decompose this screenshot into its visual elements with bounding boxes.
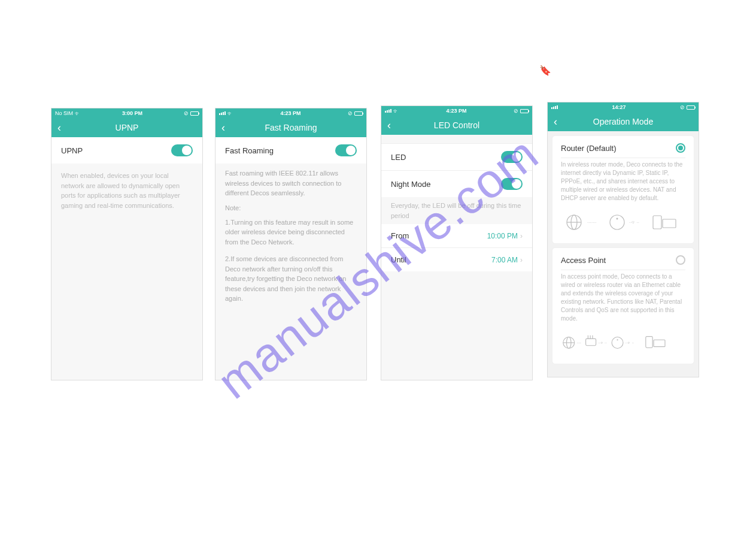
rotation-lock-icon: ⊘ [680, 104, 685, 110]
rotation-lock-icon: ⊘ [348, 110, 353, 116]
header: ‹ LED Control [381, 116, 532, 135]
access-point-title: Access Point [561, 256, 606, 265]
chevron-right-icon: › [520, 256, 523, 264]
until-value: 7:00 AM [491, 256, 518, 264]
night-mode-toggle-label: Night Mode [391, 180, 430, 189]
back-icon[interactable]: ‹ [221, 122, 225, 133]
from-label: From [391, 231, 409, 240]
bookmark-icon: 🔖 [539, 65, 551, 76]
access-point-card[interactable]: Access Point In access point mode, Deco … [552, 248, 694, 364]
router-mode-radio[interactable] [676, 143, 685, 153]
back-icon[interactable]: ‹ [57, 122, 61, 133]
page-title: Operation Mode [593, 117, 653, 126]
until-row[interactable]: Until 7:00 AM› [381, 247, 532, 271]
page-title: Fast Roaming [265, 123, 317, 132]
router-mode-diagram: ······· ··ᯤ·· [552, 208, 694, 243]
page-title: LED Control [434, 120, 479, 130]
note-heading: Note: [215, 201, 366, 213]
fast-roaming-toggle[interactable] [335, 144, 357, 156]
svg-point-18 [612, 337, 623, 349]
svg-point-19 [617, 339, 618, 340]
night-mode-description: Everyday, the LED will be off during thi… [381, 197, 532, 224]
signal-icon [551, 105, 558, 109]
wifi-icon: ᯤ [75, 110, 81, 117]
status-time: 4:23 PM [446, 108, 466, 114]
router-mode-card[interactable]: Router (Default) In wireless router mode… [552, 136, 694, 243]
phone-led-control: ᯤ 4:23 PM ⊘ ‹ LED Control LED Night Mode… [381, 105, 533, 380]
phone-operation-mode: 14:27 ⊘ ‹ Operation Mode Router (Default… [547, 102, 699, 377]
page-title: UPNP [116, 123, 139, 132]
status-time: 4:23 PM [280, 110, 300, 116]
svg-rect-22 [654, 340, 665, 346]
rotation-lock-icon: ⊘ [514, 108, 518, 114]
header: ‹ Operation Mode [548, 112, 699, 131]
carrier-text: No SIM [55, 110, 73, 116]
wifi-icon: ᯤ [393, 108, 399, 114]
night-mode-toggle-row[interactable]: Night Mode [381, 170, 532, 197]
back-icon[interactable]: ‹ [554, 116, 557, 127]
svg-point-5 [617, 218, 618, 220]
upnp-description: When enabled, devices on your local netw… [51, 164, 202, 217]
svg-text:·······: ······· [587, 220, 597, 225]
router-mode-description: In wireless router mode, Deco connects t… [552, 158, 694, 208]
upnp-toggle[interactable] [171, 144, 193, 156]
fast-roaming-description: Fast roaming with IEEE 802.11r allows wi… [215, 164, 366, 201]
svg-text:··ᯤ··: ··ᯤ·· [598, 341, 607, 345]
access-point-radio[interactable] [676, 255, 685, 265]
svg-rect-7 [653, 216, 661, 229]
from-value: 10:00 PM [487, 232, 518, 240]
svg-rect-16 [586, 338, 596, 345]
back-icon[interactable]: ‹ [387, 120, 391, 131]
upnp-toggle-row[interactable]: UPNP [51, 137, 202, 164]
battery-icon [354, 111, 363, 116]
chevron-right-icon: › [520, 232, 523, 240]
svg-text:··ᯤ··: ··ᯤ·· [629, 220, 639, 225]
router-mode-title: Router (Default) [561, 144, 616, 153]
status-bar: 14:27 ⊘ [548, 102, 699, 112]
header: ‹ Fast Roaming [215, 118, 366, 137]
svg-rect-8 [663, 219, 676, 228]
from-row[interactable]: From 10:00 PM› [381, 224, 532, 247]
svg-point-4 [610, 215, 624, 229]
status-bar: ᯤ 4:23 PM ⊘ [215, 108, 366, 118]
led-toggle[interactable] [501, 151, 523, 163]
access-point-diagram: ···· ··ᯤ·· ··ᯤ·· [552, 329, 694, 364]
rotation-lock-icon: ⊘ [184, 110, 189, 116]
note-2: 2.If some devices are disconnected from … [215, 249, 366, 306]
svg-rect-21 [646, 337, 652, 348]
fast-roaming-toggle-row[interactable]: Fast Roaming [215, 137, 366, 164]
led-toggle-row[interactable]: LED [381, 143, 532, 170]
upnp-toggle-label: UPNP [61, 146, 83, 155]
wifi-icon: ᯤ [227, 110, 233, 117]
fast-roaming-toggle-label: Fast Roaming [225, 146, 274, 155]
battery-icon [687, 105, 695, 110]
battery-icon [190, 111, 199, 116]
battery-icon [520, 109, 529, 113]
status-bar: ᯤ 4:23 PM ⊘ [381, 106, 532, 116]
night-mode-toggle[interactable] [501, 178, 523, 190]
phone-fast-roaming: ᯤ 4:23 PM ⊘ ‹ Fast Roaming Fast Roaming … [215, 108, 367, 380]
signal-icon [385, 109, 391, 113]
status-time: 3:00 PM [122, 110, 142, 116]
until-label: Until [391, 255, 406, 264]
svg-text:····: ···· [576, 341, 581, 345]
status-time: 14:27 [612, 104, 626, 110]
note-1: 1.Turning on this feature may result in … [215, 213, 366, 250]
led-toggle-label: LED [391, 153, 406, 162]
svg-text:··ᯤ··: ··ᯤ·· [626, 341, 634, 345]
signal-icon [219, 111, 226, 115]
access-point-description: In access point mode, Deco connects to a… [552, 270, 694, 329]
phone-upnp: No SIM ᯤ 3:00 PM ⊘ ‹ UPNP UPNP When enab… [51, 108, 203, 380]
header: ‹ UPNP [51, 118, 202, 137]
status-bar: No SIM ᯤ 3:00 PM ⊘ [51, 108, 202, 118]
